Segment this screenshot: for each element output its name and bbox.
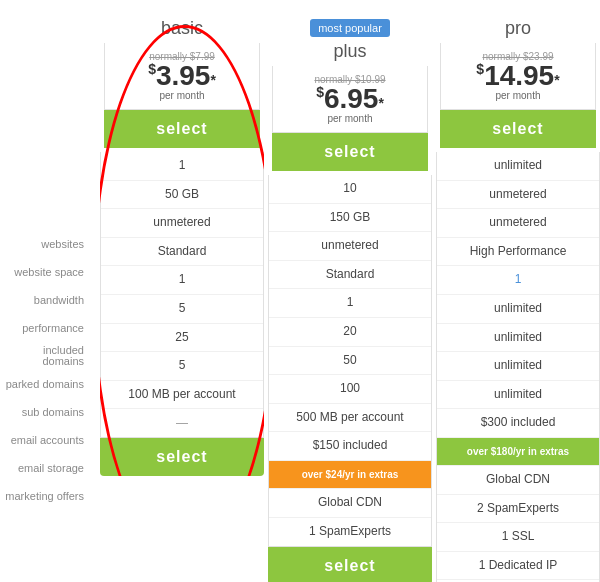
plan-pro: pronormally $23.99$14.95*per monthselect… [436,10,600,582]
pro-feature-7: unlimited [437,352,599,381]
pro-feature-1: unmetered [437,181,599,210]
pro-feature-3: High Performance [437,238,599,267]
pro-extra-4: 1 Dedicated IP [437,552,599,581]
plus-extra-0: over $24/yr in extras [269,461,431,489]
plus-feature-7: 100 [269,375,431,404]
plus-feature-2: unmetered [269,232,431,261]
plus-feature-8: 500 MB per account [269,404,431,433]
basic-select-top[interactable]: select [104,110,260,148]
plus-per-month: per month [277,113,423,124]
plus-extra-1: Global CDN [269,489,431,518]
label-marketing-offers: marketing offers [0,482,92,510]
pro-header: pronormally $23.99$14.95*per monthselect [436,10,600,152]
plan-plus: most popularplusnormally $10.99$6.95*per… [268,10,432,582]
pro-extra-2: 2 SpamExperts [437,495,599,524]
plus-select-top[interactable]: select [272,133,428,171]
label-sub-domains: sub domains [0,398,92,426]
basic-feature-5: 5 [101,295,263,324]
pro-feature-8: unlimited [437,381,599,410]
pro-price-box: normally $23.99$14.95*per month [440,43,596,110]
pro-select-top[interactable]: select [440,110,596,148]
pro-features: unlimitedunmeteredunmeteredHigh Performa… [436,152,600,582]
label-included-domains: included domains [0,342,92,370]
basic-feature-4: 1 [101,266,263,295]
basic-price: $3.95* [109,62,255,90]
plus-extra-2: 1 SpamExperts [269,518,431,546]
label-performance: performance [0,314,92,342]
basic-feature-7: 5 [101,352,263,381]
pro-feature-5: unlimited [437,295,599,324]
plus-feature-4: 1 [269,289,431,318]
pro-feature-0: unlimited [437,152,599,181]
plus-name: plus [272,41,428,62]
basic-features: 150 GBunmeteredStandard15255100 MB per a… [100,152,264,438]
plus-feature-1: 150 GB [269,204,431,233]
label-parked-domains: parked domains [0,370,92,398]
pro-feature-9: $300 included [437,409,599,438]
label-website-space: website space [0,258,92,286]
basic-feature-8: 100 MB per account [101,381,263,410]
plus-price-box: normally $10.99$6.95*per month [272,66,428,133]
basic-name: basic [104,18,260,39]
basic-feature-9: — [101,409,263,437]
pro-extra-1: Global CDN [437,466,599,495]
plus-header: most popularplusnormally $10.99$6.95*per… [268,10,432,175]
pro-extra-0: over $180/yr in extras [437,438,599,466]
pro-price: $14.95* [445,62,591,90]
plus-feature-6: 50 [269,347,431,376]
basic-feature-0: 1 [101,152,263,181]
label-email-storage: email storage [0,454,92,482]
label-email-accounts: email accounts [0,426,92,454]
plus-select-bottom[interactable]: select [268,547,432,582]
pro-feature-4: 1 [437,266,599,295]
label-bandwidth: bandwidth [0,286,92,314]
basic-feature-3: Standard [101,238,263,267]
basic-header: basicnormally $7.99$3.95*per monthselect [100,10,264,152]
plus-badge: most popular [310,19,390,37]
pro-per-month: per month [445,90,591,101]
plus-feature-0: 10 [269,175,431,204]
basic-per-month: per month [109,90,255,101]
pro-extra-3: 1 SSL [437,523,599,552]
label-websites: websites [0,230,92,258]
basic-feature-6: 25 [101,324,263,353]
basic-price-box: normally $7.99$3.95*per month [104,43,260,110]
labels-column: websiteswebsite spacebandwidthperformanc… [0,10,100,582]
pro-feature-2: unmetered [437,209,599,238]
basic-select-bottom[interactable]: select [100,438,264,476]
pro-feature-6: unlimited [437,324,599,353]
plans-area: basicnormally $7.99$3.95*per monthselect… [100,10,600,582]
basic-feature-2: unmetered [101,209,263,238]
pro-name: pro [440,18,596,39]
plan-basic: basicnormally $7.99$3.95*per monthselect… [100,10,264,476]
plus-feature-9: $150 included [269,432,431,461]
plus-feature-5: 20 [269,318,431,347]
plus-feature-3: Standard [269,261,431,290]
basic-feature-1: 50 GB [101,181,263,210]
plus-features: 10150 GBunmeteredStandard12050100500 MB … [268,175,432,547]
plus-price: $6.95* [277,85,423,113]
